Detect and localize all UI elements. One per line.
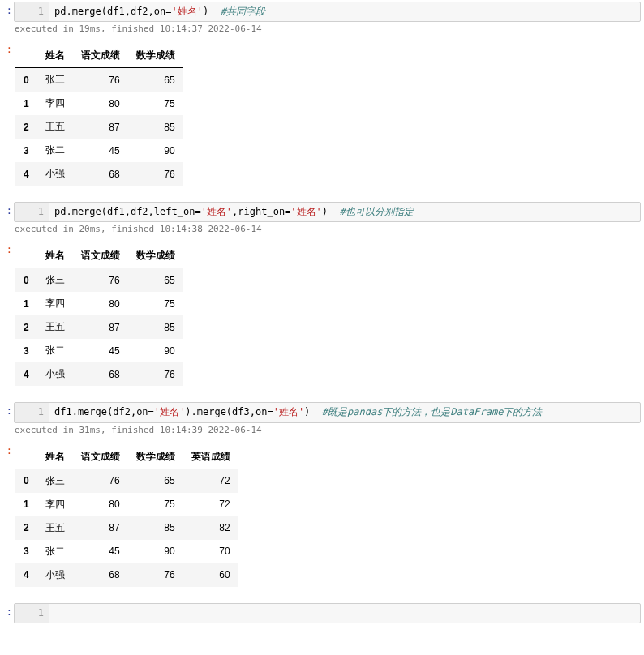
output-area: 姓名语文成绩数学成绩英语成绩0张三7665721李四8075722王五87858… xyxy=(15,445,644,587)
row-index: 0 xyxy=(15,68,37,92)
row-index: 0 xyxy=(15,268,37,293)
execution-info: executed in 20ms, finished 10:14:38 2022… xyxy=(15,224,644,234)
cell-value: 87 xyxy=(73,115,128,139)
cell-value: 王五 xyxy=(37,516,73,540)
cell-input-row: :1pd.merge(df1,df2,left_on='姓名',right_on… xyxy=(0,200,644,222)
cell-value: 76 xyxy=(128,362,183,386)
cell-input-row: :1pd.merge(df1,df2,on='姓名') #共同字段 xyxy=(0,0,644,22)
line-number-gutter: 1 xyxy=(15,604,49,623)
code-cell[interactable]: 1 xyxy=(14,603,641,623)
table-row: 0张三7665 xyxy=(15,268,183,293)
cell-value: 45 xyxy=(73,540,128,563)
cell-value: 68 xyxy=(73,563,128,587)
cell-value: 72 xyxy=(183,493,238,516)
row-index: 4 xyxy=(15,162,37,186)
table-row: 3张二459070 xyxy=(15,540,238,563)
output-area: 姓名语文成绩数学成绩0张三76651李四80752王五87853张二45904小… xyxy=(15,44,644,186)
cell-value: 45 xyxy=(73,339,128,362)
table-row: 0张三766572 xyxy=(15,469,238,493)
code-text[interactable]: pd.merge(df1,df2,left_on='姓名',right_on='… xyxy=(49,203,419,221)
column-header: 语文成绩 xyxy=(73,244,128,268)
cell-value: 76 xyxy=(73,68,128,92)
column-header: 语文成绩 xyxy=(73,445,128,469)
cell-value: 张二 xyxy=(37,540,73,563)
dataframe-table: 姓名语文成绩数学成绩0张三76651李四80752王五87853张二45904小… xyxy=(15,244,183,386)
cell-value: 72 xyxy=(183,469,238,493)
row-index: 3 xyxy=(15,339,37,362)
cell-value: 76 xyxy=(73,268,128,293)
cell-value: 65 xyxy=(128,68,183,92)
cell-value: 90 xyxy=(128,139,183,162)
execution-info: executed in 31ms, finished 10:14:39 2022… xyxy=(15,425,644,435)
code-text[interactable]: pd.merge(df1,df2,on='姓名') #共同字段 xyxy=(49,2,270,21)
row-index: 4 xyxy=(15,362,37,386)
output-area: 姓名语文成绩数学成绩0张三76651李四80752王五87853张二45904小… xyxy=(15,244,644,386)
cell-value: 80 xyxy=(73,493,128,516)
cell-value: 75 xyxy=(128,292,183,315)
notebook-cell: :1df1.merge(df2,on='姓名').merge(df3,on='姓… xyxy=(0,400,644,601)
cell-input-row: :1df1.merge(df2,on='姓名').merge(df3,on='姓… xyxy=(0,400,644,422)
code-text[interactable] xyxy=(49,604,65,623)
cell-value: 85 xyxy=(128,315,183,339)
column-header: 语文成绩 xyxy=(73,44,128,68)
table-row: 1李四807572 xyxy=(15,493,238,516)
cell-value: 76 xyxy=(128,563,183,587)
table-row: 4小强6876 xyxy=(15,362,183,386)
cell-value: 张二 xyxy=(37,339,73,362)
line-number-gutter: 1 xyxy=(15,403,49,422)
row-index: 1 xyxy=(15,92,37,115)
table-row: 4小强6876 xyxy=(15,162,183,186)
input-prompt: : xyxy=(0,0,12,16)
cell-value: 75 xyxy=(128,92,183,115)
cell-value: 76 xyxy=(128,162,183,186)
cell-value: 68 xyxy=(73,362,128,386)
cell-value: 小强 xyxy=(37,563,73,587)
cell-value: 45 xyxy=(73,139,128,162)
row-index: 4 xyxy=(15,563,37,587)
output-prompt: : xyxy=(0,39,12,200)
notebook-cell: :1 xyxy=(0,601,644,630)
code-text[interactable]: df1.merge(df2,on='姓名').merge(df3,on='姓名'… xyxy=(49,403,547,422)
column-header: 数学成绩 xyxy=(128,244,183,268)
cell-value: 76 xyxy=(73,469,128,493)
row-index: 2 xyxy=(15,315,37,339)
code-cell[interactable]: 1pd.merge(df1,df2,left_on='姓名',right_on=… xyxy=(14,202,641,222)
input-prompt: : xyxy=(0,601,12,618)
column-header: 姓名 xyxy=(37,445,73,469)
cell-value: 87 xyxy=(73,315,128,339)
cell-value: 李四 xyxy=(37,493,73,516)
cell-value: 李四 xyxy=(37,92,73,115)
table-row: 2王五878582 xyxy=(15,516,238,540)
dataframe-table: 姓名语文成绩数学成绩0张三76651李四80752王五87853张二45904小… xyxy=(15,44,183,186)
execution-info: executed in 19ms, finished 10:14:37 2022… xyxy=(15,24,644,34)
cell-value: 80 xyxy=(73,92,128,115)
code-cell[interactable]: 1df1.merge(df2,on='姓名').merge(df3,on='姓名… xyxy=(14,402,641,422)
column-header: 姓名 xyxy=(37,44,73,68)
line-number-gutter: 1 xyxy=(15,203,49,221)
cell-value: 90 xyxy=(128,339,183,362)
column-header: 英语成绩 xyxy=(183,445,238,469)
cell-value: 87 xyxy=(73,516,128,540)
table-row: 3张二4590 xyxy=(15,139,183,162)
output-prompt: : xyxy=(0,239,12,400)
cell-value: 82 xyxy=(183,516,238,540)
row-index: 2 xyxy=(15,516,37,540)
cell-value: 75 xyxy=(128,493,183,516)
cell-value: 85 xyxy=(128,516,183,540)
cell-value: 李四 xyxy=(37,292,73,315)
table-row: 4小强687660 xyxy=(15,563,238,587)
cell-value: 王五 xyxy=(37,315,73,339)
row-index: 1 xyxy=(15,292,37,315)
cell-input-row: :1 xyxy=(0,601,644,623)
notebook-cell: :1pd.merge(df1,df2,left_on='姓名',right_on… xyxy=(0,200,644,400)
cell-value: 60 xyxy=(183,563,238,587)
cell-value: 70 xyxy=(183,540,238,563)
row-index: 1 xyxy=(15,493,37,516)
code-cell[interactable]: 1pd.merge(df1,df2,on='姓名') #共同字段 xyxy=(14,2,641,22)
row-index: 0 xyxy=(15,469,37,493)
column-header: 数学成绩 xyxy=(128,44,183,68)
cell-value: 张二 xyxy=(37,139,73,162)
column-header: 姓名 xyxy=(37,244,73,268)
row-index: 3 xyxy=(15,540,37,563)
input-prompt: : xyxy=(0,400,12,417)
